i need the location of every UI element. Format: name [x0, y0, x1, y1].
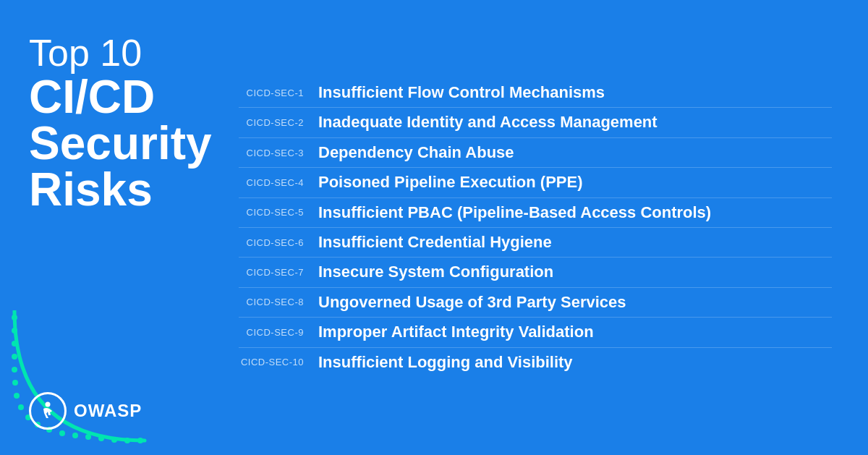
svg-point-5 — [12, 380, 18, 386]
risk-label: Dependency Chain Abuse — [318, 143, 514, 162]
risk-item: CICD-SEC-10Insufficient Logging and Visi… — [239, 349, 832, 376]
svg-point-17 — [137, 438, 143, 443]
divider — [239, 107, 832, 108]
page-container: Top 10 CI/CD Security Risks — [0, 0, 868, 455]
risk-label: Ungoverned Usage of 3rd Party Services — [318, 293, 626, 312]
divider — [239, 227, 832, 228]
title-line1: Top 10 — [29, 33, 195, 74]
svg-point-13 — [85, 434, 91, 440]
svg-point-7 — [18, 404, 24, 410]
risk-code: CICD-SEC-4 — [239, 177, 304, 188]
svg-point-2 — [12, 341, 17, 346]
risk-code: CICD-SEC-10 — [239, 357, 304, 367]
divider — [239, 197, 832, 198]
right-panel: CICD-SEC-1Insufficient Flow Control Mech… — [217, 0, 868, 455]
svg-point-16 — [124, 438, 130, 443]
risk-code: CICD-SEC-5 — [239, 207, 304, 218]
risk-code: CICD-SEC-8 — [239, 297, 304, 307]
risk-item: CICD-SEC-1Insufficient Flow Control Mech… — [239, 79, 832, 106]
svg-point-14 — [98, 435, 104, 441]
risk-label: Insecure System Configuration — [318, 263, 553, 281]
risk-code: CICD-SEC-1 — [239, 88, 304, 98]
svg-point-18 — [46, 402, 51, 407]
risk-label: Insufficient Flow Control Mechanisms — [318, 83, 605, 102]
svg-point-4 — [12, 367, 17, 373]
svg-point-0 — [12, 315, 17, 320]
risk-label: Poisoned Pipeline Execution (PPE) — [318, 173, 583, 192]
svg-point-15 — [111, 437, 117, 443]
risk-item: CICD-SEC-3Dependency Chain Abuse — [239, 139, 832, 166]
svg-point-11 — [59, 430, 65, 436]
divider — [239, 137, 832, 138]
owasp-circle-icon — [29, 392, 67, 430]
divider — [239, 257, 832, 258]
corner-decoration — [0, 310, 159, 455]
owasp-text: OWASP — [74, 401, 142, 421]
owasp-logo: OWASP — [29, 392, 142, 430]
left-panel: Top 10 CI/CD Security Risks — [0, 0, 217, 455]
risk-code: CICD-SEC-9 — [239, 327, 304, 338]
risk-label: Inadequate Identity and Access Managemen… — [318, 113, 658, 132]
risk-label: Insufficient Logging and Visibility — [318, 353, 573, 372]
divider — [239, 347, 832, 348]
svg-point-6 — [14, 393, 20, 399]
risk-code: CICD-SEC-7 — [239, 267, 304, 278]
risk-item: CICD-SEC-9Improper Artifact Integrity Va… — [239, 318, 832, 346]
svg-point-3 — [12, 354, 17, 360]
risk-label: Insufficient Credential Hygiene — [318, 233, 552, 252]
risk-item: CICD-SEC-7Insecure System Configuration — [239, 258, 832, 286]
svg-point-12 — [72, 433, 78, 438]
risk-label: Insufficient PBAC (Pipeline-Based Access… — [318, 203, 711, 222]
risk-code: CICD-SEC-2 — [239, 117, 304, 128]
title-line3: Security — [29, 120, 195, 166]
divider — [239, 317, 832, 318]
risk-item: CICD-SEC-8Ungoverned Usage of 3rd Party … — [239, 289, 832, 316]
risk-item: CICD-SEC-5Insufficient PBAC (Pipeline-Ba… — [239, 199, 832, 226]
divider — [239, 287, 832, 288]
title-line2: CI/CD — [29, 74, 195, 120]
svg-point-1 — [12, 328, 17, 333]
risk-label: Improper Artifact Integrity Validation — [318, 323, 594, 341]
risk-code: CICD-SEC-6 — [239, 237, 304, 248]
risk-item: CICD-SEC-2Inadequate Identity and Access… — [239, 109, 832, 136]
risk-item: CICD-SEC-6Insufficient Credential Hygien… — [239, 229, 832, 256]
divider — [239, 167, 832, 168]
risk-code: CICD-SEC-3 — [239, 148, 304, 158]
title-line4: Risks — [29, 166, 195, 213]
risk-item: CICD-SEC-4Poisoned Pipeline Execution (P… — [239, 169, 832, 196]
